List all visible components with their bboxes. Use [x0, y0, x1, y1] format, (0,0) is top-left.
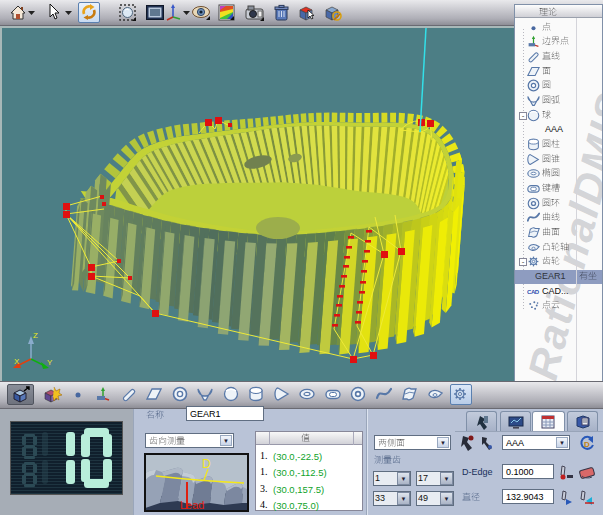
svg-text:X: X: [14, 357, 20, 366]
svg-text:Z: Z: [33, 331, 38, 340]
svg-text:CAD: CAD: [527, 288, 540, 295]
svg-text:Y: Y: [47, 358, 53, 367]
svg-text:Lead: Lead: [180, 499, 204, 510]
svg-text:D: D: [202, 457, 211, 471]
svg-text:D: D: [584, 440, 590, 449]
